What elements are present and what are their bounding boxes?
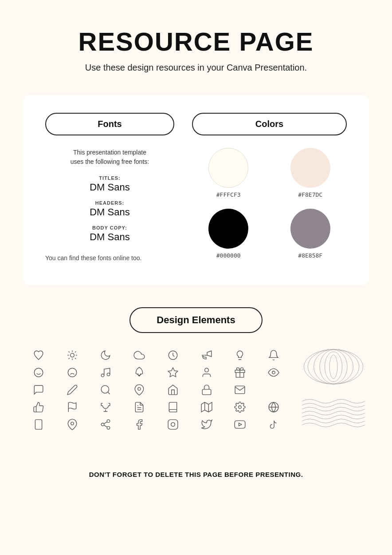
twitter-icon (191, 419, 222, 430)
map-icon (191, 401, 222, 413)
rocket-icon (124, 367, 155, 378)
svg-point-0 (70, 353, 74, 357)
footer-note: DON'T FORGET TO DELETE THIS PAGE BEFORE … (89, 462, 303, 487)
font-headers: HEADERS: DM Sans (45, 200, 174, 218)
color-000000: #000000 (192, 209, 265, 259)
instagram-icon (157, 419, 188, 430)
pencil-icon (57, 384, 88, 396)
thumbsup-icon (23, 401, 54, 413)
concentric-circles-graphic (300, 349, 367, 386)
gift-icon (225, 367, 256, 378)
svg-marker-10 (207, 351, 212, 357)
phone-icon (23, 419, 54, 430)
color-fffcf3: #FFFCF3 (192, 148, 265, 198)
bell-icon (258, 349, 289, 361)
eye-icon (258, 367, 289, 378)
fonts-section: Fonts This presentation template uses th… (45, 113, 174, 263)
svg-point-42 (102, 423, 105, 426)
font-titles: TITLES: DM Sans (45, 175, 174, 193)
flag-icon (57, 401, 88, 413)
svg-point-21 (204, 368, 208, 372)
swatch-fffcf3 (208, 148, 248, 188)
icons-area (23, 349, 369, 431)
svg-point-27 (138, 388, 141, 391)
trophy-icon (90, 401, 122, 413)
page-title: RESOURCE PAGE (78, 27, 314, 56)
color-code-f8e7dc: #F8E7DC (298, 191, 322, 198)
svg-line-7 (68, 358, 69, 359)
icons-grid-left (23, 349, 289, 431)
svg-rect-38 (35, 420, 42, 429)
location-icon (57, 419, 88, 430)
svg-point-15 (68, 368, 77, 377)
decorative-graphics (298, 349, 369, 431)
chat-icon (23, 384, 54, 396)
color-code-8e858f: #8E858F (298, 252, 322, 259)
color-8e858f: #8E858F (274, 209, 347, 259)
youtube-icon (225, 419, 256, 430)
page-subtitle: Use these design resources in your Canva… (85, 63, 307, 73)
design-elements-header-wrapper: Design Elements (23, 307, 369, 349)
svg-point-19 (107, 373, 110, 376)
fonts-description: This presentation template uses the foll… (45, 148, 174, 166)
document-icon (124, 401, 155, 413)
home-icon (157, 384, 188, 396)
svg-line-44 (104, 425, 107, 427)
svg-marker-32 (201, 402, 212, 412)
share-icon (90, 419, 122, 430)
music-icon (90, 367, 122, 378)
svg-marker-20 (168, 368, 178, 377)
svg-point-24 (272, 371, 275, 374)
svg-line-5 (68, 352, 69, 353)
lightbulb-icon (225, 349, 256, 361)
svg-line-26 (108, 392, 110, 394)
fonts-header: Fonts (45, 113, 174, 135)
color-f8e7dc: #F8E7DC (274, 148, 347, 198)
megaphone-icon (191, 349, 222, 361)
pin-icon (124, 384, 155, 396)
design-elements-section: Design Elements (23, 307, 369, 431)
sad-icon (57, 367, 88, 378)
colors-grid: #FFFCF3 #F8E7DC #000000 #8E858F (192, 148, 347, 259)
person-icon (191, 367, 222, 378)
svg-point-25 (102, 385, 109, 393)
book-icon (157, 401, 188, 413)
sun-icon (57, 349, 88, 361)
wave-lines-graphic (298, 393, 369, 431)
font-body: BODY COPY: DM Sans (45, 225, 174, 243)
fonts-footer-note: You can find these fonts online too. (45, 254, 174, 263)
color-code-fffcf3: #FFFCF3 (216, 191, 241, 198)
settings-icon (225, 401, 256, 413)
svg-point-18 (102, 374, 105, 377)
svg-marker-48 (239, 423, 242, 426)
swatch-8e858f (290, 209, 330, 249)
moon-icon (90, 349, 122, 361)
svg-point-40 (71, 422, 74, 425)
globe-icon (258, 401, 289, 413)
cloud-icon (124, 349, 155, 361)
svg-rect-46 (168, 420, 178, 429)
svg-line-45 (104, 422, 107, 424)
svg-rect-28 (202, 389, 211, 395)
svg-point-12 (34, 368, 43, 377)
smiley-icon (23, 367, 54, 378)
colors-header: Colors (192, 113, 347, 135)
svg-point-50 (325, 352, 342, 382)
mail-icon (225, 384, 256, 396)
swatch-f8e7dc (290, 148, 330, 188)
star-icon (157, 367, 188, 378)
facebook-icon (124, 419, 155, 430)
search-icon (90, 384, 122, 396)
tiktok-icon (258, 419, 289, 430)
color-code-000000: #000000 (216, 252, 241, 259)
main-card: Fonts This presentation template uses th… (23, 95, 369, 285)
colors-section: Colors #FFFCF3 #F8E7DC #000000 #8E858F (192, 113, 347, 263)
svg-point-41 (107, 420, 110, 423)
svg-point-35 (239, 406, 242, 409)
svg-line-8 (75, 352, 76, 353)
clock-icon (157, 349, 188, 361)
lock-icon (191, 384, 222, 396)
svg-point-54 (304, 349, 363, 384)
svg-point-49 (329, 355, 337, 378)
svg-point-43 (107, 426, 110, 429)
